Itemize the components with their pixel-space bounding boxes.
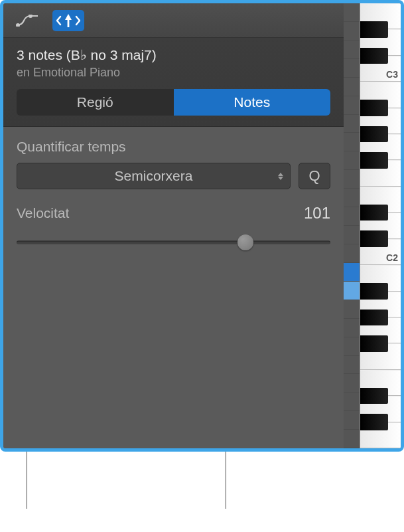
piano-keyboard[interactable]: C3C2 — [360, 3, 401, 448]
black-key[interactable] — [360, 205, 388, 221]
black-key[interactable] — [360, 152, 388, 168]
time-quantize-dropdown[interactable]: Semicorxera — [17, 163, 291, 189]
chevron-up-down-icon — [278, 173, 283, 180]
slider-thumb[interactable] — [237, 234, 253, 250]
selection-title: 3 notes (B♭ no 3 maj7) — [17, 47, 330, 63]
selected-note-row — [344, 263, 360, 282]
toolbar — [3, 3, 344, 38]
catch-button[interactable] — [52, 10, 84, 31]
selection-subtitle: en Emotional Piano — [17, 66, 330, 80]
black-key[interactable] — [360, 335, 388, 351]
black-key[interactable] — [360, 310, 388, 325]
callout-line — [226, 452, 226, 509]
velocity-label: Velocitat — [17, 205, 69, 221]
tab-notes[interactable]: Notes — [174, 89, 331, 116]
velocity-value: 101 — [304, 204, 330, 222]
inspector-header: 3 notes (B♭ no 3 maj7) en Emotional Pian… — [3, 38, 344, 127]
svg-point-1 — [29, 15, 33, 18]
slider-track — [17, 241, 330, 244]
key-label: C3 — [386, 69, 398, 80]
note-row-strip — [344, 3, 360, 448]
time-quantize-value: Semicorxera — [115, 168, 193, 184]
tab-region[interactable]: Regió — [17, 89, 174, 116]
piano-roll-strip: C3C2 — [344, 3, 401, 448]
key-label: C2 — [386, 252, 398, 263]
black-key[interactable] — [360, 21, 388, 37]
black-key[interactable] — [360, 388, 388, 404]
callout-line — [27, 452, 27, 509]
black-key[interactable] — [360, 283, 388, 299]
inspector-left-pane: 3 notes (B♭ no 3 maj7) en Emotional Pian… — [3, 3, 344, 448]
black-key[interactable] — [360, 100, 388, 116]
black-key[interactable] — [360, 48, 388, 64]
quantize-button[interactable]: Q — [299, 163, 330, 189]
black-key[interactable] — [360, 230, 388, 246]
black-key[interactable] — [360, 414, 388, 430]
automation-curve-button[interactable] — [11, 10, 43, 31]
svg-rect-2 — [68, 20, 70, 27]
notes-controls: Quantificar temps Semicorxera Q Veloci — [3, 127, 344, 448]
automation-curve-icon — [16, 15, 38, 27]
time-quantize-label: Quantificar temps — [17, 139, 330, 155]
selected-note-row — [344, 282, 360, 300]
svg-point-0 — [16, 23, 20, 27]
black-key[interactable] — [360, 126, 388, 142]
catch-playhead-icon — [56, 13, 80, 29]
velocity-slider[interactable] — [17, 234, 330, 250]
inspector-tabs: Regió Notes — [17, 89, 330, 116]
